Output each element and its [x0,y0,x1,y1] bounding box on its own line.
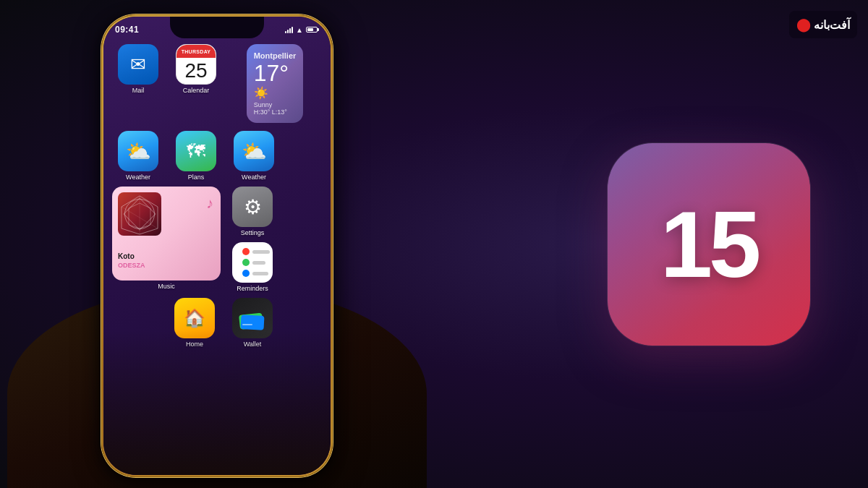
svg-line-3 [122,207,158,228]
phone-screen: 09:41 ▲ [103,17,331,475]
settings-label: Settings [241,229,265,236]
reminder-item-1 [242,248,270,255]
phone-frame: 09:41 ▲ [101,14,333,477]
svg-marker-0 [122,196,158,234]
signal-bars-icon [285,26,293,33]
mail-icon [118,44,158,85]
music-label: Music [158,283,175,290]
music-widget: ♪ Koto ODESZA [112,187,221,281]
app-row-1: Mail THURSDAY 25 Calendar [112,44,322,125]
app-music[interactable]: ♪ Koto ODESZA Music [112,187,221,290]
svg-rect-6 [242,324,252,325]
weather-label-2: Weather [242,174,266,181]
weather-label: Weather [126,174,150,181]
music-note-icon: ♪ [206,195,213,212]
status-time: 09:41 [115,25,139,35]
album-art-design [118,192,161,236]
logo-container: ⬤ آفت‌بانه [789,11,857,38]
calendar-label: Calendar [183,87,210,94]
app-reminders[interactable]: Reminders [226,242,278,292]
ios15-section: 15 [608,143,810,346]
settings-reminders-col: Settings [226,187,278,292]
ios15-number: 15 [660,197,758,291]
weather-icon [118,131,158,171]
svg-rect-5 [240,314,264,330]
app-mail[interactable]: Mail [112,44,164,94]
reminders-icon [232,242,273,283]
hand-overlay [103,330,331,475]
weather-widget: Montpellier 17° ☀️ Sunny H:30° L:13° [247,44,304,123]
calendar-date: 25 [184,58,207,84]
reminders-label: Reminders [237,285,268,292]
reminder-item-2 [242,259,270,266]
mail-label: Mail [132,87,145,94]
app-weather-2[interactable]: Weather [228,131,280,181]
weather-high-low: H:30° L:13° [254,108,297,116]
app-plans[interactable]: 🗺 Plans [170,131,222,181]
maps-icon: 🗺 [176,131,216,171]
reminders-list [238,244,273,281]
svg-marker-1 [129,203,150,228]
plans-label: Plans [188,174,205,181]
app-calendar[interactable]: THURSDAY 25 Calendar [170,44,222,94]
phone-container: 09:41 ▲ [29,0,405,488]
status-bar: 09:41 ▲ [115,22,319,37]
music-artist: ODESZA [118,262,145,269]
weather-sun-icon: ☀️ [254,86,297,100]
calendar-icon: THURSDAY 25 [176,44,216,85]
music-album-art [118,192,161,236]
wallet-svg [237,302,268,334]
weather-condition: Sunny [254,101,297,108]
logo-text: آفت‌بانه [814,18,850,32]
logo-dot-icon: ⬤ [796,17,811,33]
reminder-item-3 [242,270,270,277]
phone-inner: 09:41 ▲ [103,17,331,475]
weather-widget-container[interactable]: Montpellier 17° ☀️ Sunny H:30° L:13° [228,44,322,125]
weather-city: Montpellier [254,51,297,60]
app-row-3: ♪ Koto ODESZA Music Settings [112,187,322,292]
status-icons: ▲ [285,26,319,34]
app-row-2: Weather 🗺 Plans Weather [112,131,322,181]
app-weather[interactable]: Weather [112,131,164,181]
wifi-icon: ▲ [296,26,303,34]
calendar-day-name: THURSDAY [176,45,216,58]
ios15-icon: 15 [608,143,810,346]
album-svg [118,192,161,236]
settings-icon [232,187,273,227]
weather-icon-2 [234,131,274,171]
battery-icon [306,27,319,33]
weather-temp: 17° [254,61,297,85]
music-track: Koto [118,252,135,260]
app-settings[interactable]: Settings [226,187,278,236]
